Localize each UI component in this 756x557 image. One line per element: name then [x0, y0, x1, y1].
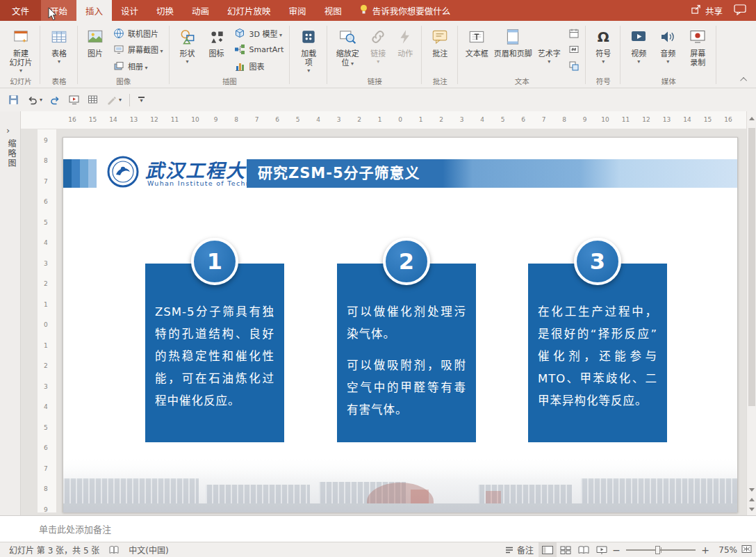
content-box-2[interactable]: 2 可以做催化剂处理污染气体。 可以做吸附剂，吸附空气中的甲醛等有毒有害气体。 [337, 264, 476, 442]
picture-icon [86, 26, 104, 47]
notes-pane[interactable]: 单击此处添加备注 [0, 515, 756, 542]
new-slide-button[interactable]: 新建 幻灯片 [5, 23, 37, 77]
scroll-down-arrow-icon[interactable] [749, 488, 755, 492]
ruler-number: 4 [44, 239, 48, 246]
tab-transitions[interactable]: 切换 [147, 0, 183, 21]
fit-to-window-button[interactable] [741, 544, 752, 556]
content-box-3[interactable]: 3 在化工生产过程中，是很好的“择形反应”催化剂，还能参与MTO、甲苯歧化、二甲… [528, 264, 667, 442]
tell-me-box[interactable]: 告诉我你想要做什么 [351, 0, 459, 21]
insert-slide-number-button[interactable] [565, 42, 582, 57]
fit-to-window-icon [741, 544, 752, 554]
reading-view-button[interactable] [575, 542, 593, 557]
ruler-number: 1 [44, 342, 48, 349]
tab-view-label: 视图 [324, 4, 342, 17]
expand-thumbnails-chevron-icon[interactable]: › [6, 125, 10, 136]
tab-insert[interactable]: 插入 [76, 0, 112, 21]
language-indicator[interactable]: 中文(中国) [124, 542, 173, 557]
share-icon [691, 4, 701, 17]
video-button[interactable]: 视频 [624, 23, 653, 77]
ribbon-insert: 新建 幻灯片 幻灯片 表格 表格 图片 [0, 21, 756, 88]
next-slide-button[interactable] [749, 508, 755, 511]
undo-button[interactable]: ▾ [24, 92, 44, 107]
slide-sorter-view-button[interactable] [557, 542, 575, 557]
action-icon [396, 26, 414, 47]
insert-table-quick-button[interactable] [85, 92, 101, 107]
vertical-scrollbar[interactable] [746, 111, 756, 515]
spell-check-button[interactable] [104, 542, 124, 557]
3d-models-button[interactable]: 3D 模型 [231, 26, 287, 40]
slide-indicator[interactable]: 幻灯片 第 3 张，共 5 张 [4, 542, 104, 557]
comment-label: 批注 [432, 49, 447, 58]
audio-button[interactable]: 音频 [654, 23, 682, 77]
start-from-beginning-button[interactable] [66, 92, 82, 107]
tab-file-label: 文件 [12, 4, 29, 17]
scroll-up-arrow-icon[interactable] [749, 117, 755, 120]
comments-pane-button[interactable] [734, 4, 746, 17]
tab-slideshow[interactable]: 幻灯片放映 [218, 0, 280, 21]
customize-caret-icon: ▾ [140, 99, 143, 103]
content-box-1[interactable]: 1 ZSM-5分子筛具有独特的孔道结构、良好的热稳定性和催化性能，可在石油炼化过… [145, 264, 284, 442]
wordart-button[interactable]: 艺术字 [534, 23, 564, 77]
slide-canvas[interactable]: 武汉工程大学 Wuhan Institute of Technology 研究Z… [63, 137, 738, 512]
table-button[interactable]: 表格 [44, 23, 74, 77]
slide-title-band[interactable]: 研究ZSM-5分子筛意义 [247, 159, 737, 188]
logo-accent-bars [63, 159, 97, 188]
slideshow-view-button[interactable] [593, 542, 611, 557]
tab-home[interactable]: 开始 [41, 0, 76, 21]
zoom-slider-thumb[interactable] [655, 546, 660, 554]
scrollbar-thumb[interactable] [748, 128, 755, 406]
smartart-button[interactable]: SmartArt [231, 42, 287, 57]
action-button[interactable]: 动作 [392, 23, 418, 77]
box-2-text-1: 可以做催化剂处理污染气体。 [347, 301, 466, 346]
share-button[interactable]: 共享 [691, 4, 723, 17]
ruler-number: 13 [663, 116, 671, 123]
comment-button[interactable]: 批注 [425, 23, 454, 77]
tab-review[interactable]: 审阅 [280, 0, 315, 21]
save-button[interactable] [6, 92, 22, 107]
tab-transitions-label: 切换 [156, 4, 174, 17]
zoom-percentage[interactable]: 75% [711, 545, 737, 555]
pictures-button[interactable]: 图片 [81, 23, 109, 77]
tab-file[interactable]: 文件 [0, 0, 41, 21]
chart-button[interactable]: 图表 [231, 58, 287, 73]
icons-button[interactable]: 图标 [203, 23, 231, 77]
previous-slide-button[interactable] [749, 498, 755, 501]
thumbnail-pane-label[interactable]: 缩略图 [6, 139, 17, 168]
insert-date-time-button[interactable] [565, 26, 582, 40]
ruler-number: 5 [44, 424, 48, 431]
zoom-out-button[interactable]: − [611, 544, 622, 556]
text-box-button[interactable]: 文本框 [461, 23, 492, 77]
online-pictures-button[interactable]: 联机图片 [110, 26, 166, 40]
header-footer-button[interactable]: 页眉和页脚 [493, 23, 533, 77]
collapse-ribbon-button[interactable] [739, 75, 749, 83]
ruler-number: 3 [44, 260, 48, 267]
text-box-icon [468, 26, 486, 47]
header-footer-icon [504, 26, 522, 47]
zoom-positioning-button[interactable]: 缩放定 位 [331, 23, 364, 77]
ribbon-tab-bar: 文件 开始 插入 设计 切换 动画 幻灯片放映 审阅 视图 告诉我你想要做什么 … [0, 0, 756, 21]
zoom-in-button[interactable]: + [700, 544, 711, 556]
campus-photo [63, 455, 737, 512]
customize-quick-access-button[interactable]: ▾ [135, 95, 147, 104]
link-button[interactable]: 链接 [365, 23, 391, 77]
zoom-positioning-icon [338, 26, 356, 47]
screenshot-button[interactable]: 屏幕截图 [110, 42, 166, 57]
ruler-number: 8 [44, 485, 48, 492]
normal-view-button[interactable] [539, 542, 557, 557]
zoom-slider[interactable] [626, 549, 696, 551]
university-logo [106, 155, 140, 191]
number-1: 1 [207, 248, 222, 275]
format-painter-button[interactable]: ▾ [104, 92, 124, 107]
notes-toggle-button[interactable]: 备注 [500, 542, 539, 557]
tab-design[interactable]: 设计 [112, 0, 147, 21]
photo-album-button[interactable]: 相册 [110, 58, 166, 73]
redo-button[interactable] [47, 92, 63, 107]
photo-album-icon [113, 60, 124, 72]
tab-view[interactable]: 视图 [315, 0, 351, 21]
insert-object-button[interactable] [565, 58, 582, 73]
screen-recording-button[interactable]: 屏幕 录制 [682, 23, 713, 77]
symbol-button[interactable]: Ω 符号 [589, 23, 617, 77]
addins-button[interactable]: 加载 项 [293, 23, 324, 77]
tab-animations[interactable]: 动画 [183, 0, 218, 21]
shapes-button[interactable]: 形状 [173, 23, 202, 77]
